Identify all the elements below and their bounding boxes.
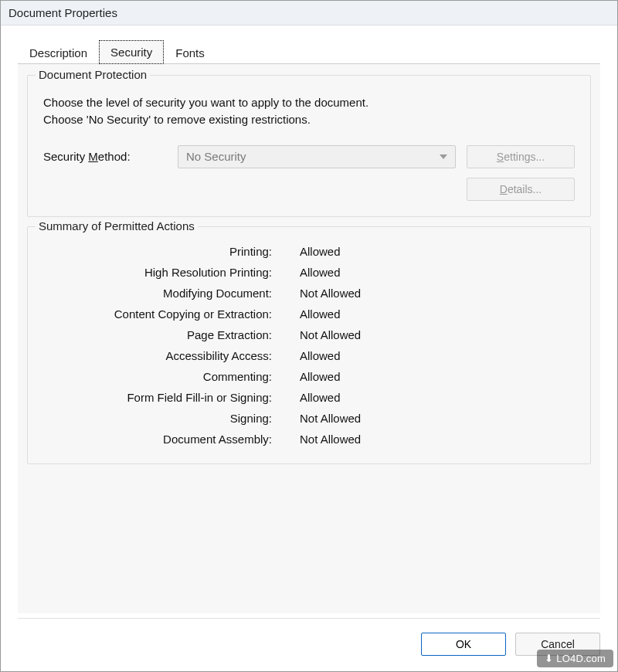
tab-security[interactable]: Security: [99, 40, 164, 64]
perm-label: Document Assembly:: [40, 433, 272, 446]
perm-row: Page Extraction:Not Allowed: [40, 324, 578, 345]
protection-help-line2: Choose 'No Security' to remove existing …: [43, 113, 311, 126]
perm-value: Not Allowed: [300, 287, 578, 300]
perm-value: Allowed: [300, 370, 578, 383]
perm-label: Accessibility Access:: [40, 349, 272, 362]
perm-label: Signing:: [40, 412, 272, 425]
security-method-value: No Security: [186, 150, 246, 163]
perm-value: Not Allowed: [300, 433, 578, 446]
details-row: Details...: [43, 178, 575, 201]
settings-button: Settings...: [467, 145, 575, 168]
perm-label: Modifying Document:: [40, 287, 272, 300]
perm-row: Accessibility Access:Allowed: [40, 345, 578, 366]
perm-label: Page Extraction:: [40, 328, 272, 341]
security-method-combo[interactable]: No Security: [178, 145, 456, 168]
perm-value: Not Allowed: [300, 412, 578, 425]
group-legend-summary: Summary of Permitted Actions: [36, 219, 198, 232]
tab-bar: Description Security Fonts: [18, 39, 600, 63]
perm-label: Content Copying or Extraction:: [40, 307, 272, 321]
security-method-row: Security Method: No Security Settings...: [43, 145, 575, 168]
protection-help-text: Choose the level of security you want to…: [43, 94, 575, 128]
group-summary: Summary of Permitted Actions Printing:Al…: [27, 226, 591, 464]
perm-value: Allowed: [300, 245, 578, 258]
perm-row: High Resolution Printing:Allowed: [40, 262, 578, 283]
perm-row: Form Field Fill-in or Signing:Allowed: [40, 387, 578, 408]
perm-value: Allowed: [300, 307, 578, 321]
group-document-protection: Document Protection Choose the level of …: [27, 75, 591, 217]
perm-row: Content Copying or Extraction:Allowed: [40, 304, 578, 324]
download-icon: ⬇: [545, 653, 553, 664]
perm-label: Form Field Fill-in or Signing:: [40, 391, 272, 404]
details-button: Details...: [467, 178, 575, 201]
perm-row: Printing:Allowed: [40, 241, 578, 262]
perm-value: Not Allowed: [300, 328, 578, 341]
ok-button[interactable]: OK: [421, 633, 506, 656]
perm-row: Modifying Document:Not Allowed: [40, 283, 578, 304]
perm-label: High Resolution Printing:: [40, 266, 272, 279]
perm-row: Document Assembly:Not Allowed: [40, 429, 578, 450]
perm-row: Signing:Not Allowed: [40, 408, 578, 429]
perm-label: Commenting:: [40, 370, 272, 383]
perm-label: Printing:: [40, 245, 272, 258]
perm-row: Commenting:Allowed: [40, 366, 578, 387]
perm-value: Allowed: [300, 266, 578, 279]
group-legend-protection: Document Protection: [36, 68, 150, 81]
protection-help-line1: Choose the level of security you want to…: [43, 96, 368, 109]
chevron-down-icon: [440, 154, 447, 159]
tab-description[interactable]: Description: [18, 41, 99, 64]
summary-rows-container: Printing:AllowedHigh Resolution Printing…: [40, 241, 578, 450]
tab-panel-security: Document Protection Choose the level of …: [18, 63, 600, 613]
dialog-window: Document Properties Description Security…: [0, 0, 618, 672]
watermark-text: LO4D.com: [556, 653, 606, 664]
dialog-content: Description Security Fonts Document Prot…: [1, 25, 617, 619]
perm-value: Allowed: [300, 349, 578, 362]
dialog-button-row: OK Cancel: [1, 619, 617, 671]
security-method-label: Security Method:: [43, 150, 167, 163]
perm-value: Allowed: [300, 391, 578, 404]
watermark: ⬇ LO4D.com: [537, 650, 613, 667]
window-title: Document Properties: [1, 1, 617, 25]
tab-fonts[interactable]: Fonts: [164, 41, 216, 64]
